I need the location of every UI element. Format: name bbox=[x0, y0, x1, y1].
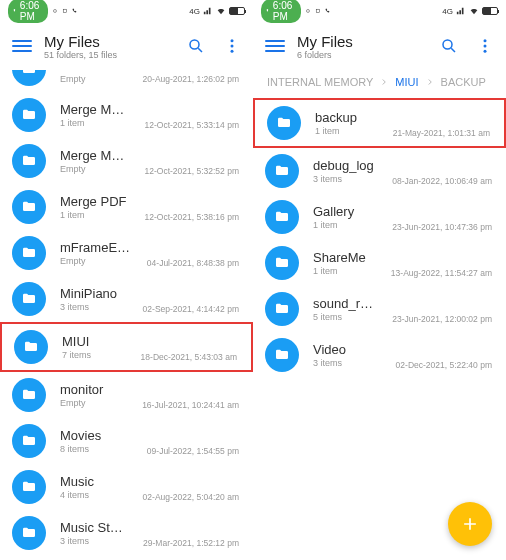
folder-icon bbox=[12, 70, 46, 86]
item-sub: 8 items bbox=[60, 444, 133, 454]
item-name: Music Studio Lite User Files bbox=[60, 520, 129, 535]
folder-icon bbox=[267, 106, 301, 140]
item-name: Movies bbox=[60, 428, 133, 443]
app-title: My Files 6 folders bbox=[297, 33, 428, 60]
folder-icon bbox=[12, 98, 46, 132]
svg-point-2 bbox=[190, 40, 199, 49]
svg-rect-8 bbox=[317, 9, 320, 12]
menu-button[interactable] bbox=[12, 36, 32, 56]
item-name: debug_log bbox=[313, 158, 378, 173]
item-sub: 1 item bbox=[315, 126, 379, 136]
list-item[interactable]: sound_recorder5 items23-Jun-2021, 12:00:… bbox=[253, 286, 506, 332]
item-date: 20-Aug-2021, 1:26:02 pm bbox=[143, 74, 239, 84]
item-sub: 7 items bbox=[62, 350, 127, 360]
item-date: 18-Dec-2021, 5:43:03 am bbox=[141, 352, 237, 362]
list-item[interactable]: debug_log3 items08-Jan-2022, 10:06:49 am bbox=[253, 148, 506, 194]
item-name: MiniPiano bbox=[60, 286, 129, 301]
svg-rect-1 bbox=[64, 9, 67, 12]
network-label: 4G bbox=[442, 7, 453, 16]
fab-add[interactable] bbox=[448, 502, 492, 546]
crumb[interactable]: BACKUP bbox=[441, 76, 486, 88]
menu-button[interactable] bbox=[265, 36, 285, 56]
item-sub: Empty bbox=[60, 256, 133, 266]
list-item[interactable]: mFrameErrorReportEmpty04-Jul-2021, 8:48:… bbox=[0, 230, 253, 276]
item-date: 12-Oct-2021, 5:33:14 pm bbox=[144, 120, 239, 130]
item-name: Merge PDF bbox=[60, 194, 130, 209]
item-date: 12-Oct-2021, 5:32:52 pm bbox=[144, 166, 239, 176]
item-sub: 1 item bbox=[313, 220, 378, 230]
list-item[interactable]: backup1 item21-May-2021, 1:01:31 am bbox=[253, 98, 506, 148]
item-name: ShareMe bbox=[313, 250, 377, 265]
item-sub: Empty bbox=[60, 398, 128, 408]
crumb[interactable]: MIUI bbox=[395, 76, 418, 88]
app-bar: My Files 6 folders bbox=[253, 22, 506, 70]
crumb[interactable]: INTERNAL MEMORY bbox=[267, 76, 373, 88]
item-name: mFrameErrorReport bbox=[60, 240, 133, 255]
item-sub: 3 items bbox=[313, 174, 378, 184]
battery-icon bbox=[229, 7, 245, 15]
svg-point-11 bbox=[484, 39, 487, 42]
folder-icon bbox=[265, 246, 299, 280]
app-title: My Files 51 folders, 15 files bbox=[44, 33, 175, 60]
list-item[interactable]: ShareMe1 item13-Aug-2022, 11:54:27 am bbox=[253, 240, 506, 286]
folder-icon bbox=[12, 282, 46, 316]
search-icon[interactable] bbox=[187, 37, 205, 55]
folder-icon bbox=[265, 200, 299, 234]
list-item[interactable]: Gallery1 item23-Jun-2021, 10:47:36 pm bbox=[253, 194, 506, 240]
item-sub: 3 items bbox=[60, 302, 129, 312]
svg-point-12 bbox=[484, 45, 487, 48]
list-item[interactable]: Merge Multiple PDF1 item12-Oct-2021, 5:3… bbox=[0, 92, 253, 138]
phone-right: 6:06 PM 4G My Files 6 folders INTERNAL M… bbox=[253, 0, 506, 560]
list-item[interactable]: Video3 items02-Dec-2021, 5:22:40 pm bbox=[253, 332, 506, 378]
list-item[interactable]: MIUI7 items18-Dec-2021, 5:43:03 am bbox=[0, 322, 253, 372]
file-list[interactable]: backup1 item21-May-2021, 1:01:31 amdebug… bbox=[253, 98, 506, 560]
item-name: monitor bbox=[60, 382, 128, 397]
item-date: 02-Dec-2021, 5:22:40 pm bbox=[396, 360, 492, 370]
svg-point-13 bbox=[484, 50, 487, 53]
breadcrumb[interactable]: INTERNAL MEMORYMIUIBACKUP bbox=[253, 70, 506, 98]
phone-left: 6:06 PM 4G My Files 51 folders, 15 files… bbox=[0, 0, 253, 560]
folder-icon bbox=[12, 378, 46, 412]
list-item[interactable]: Movies8 items09-Jul-2022, 1:54:55 pm bbox=[0, 418, 253, 464]
list-item[interactable]: Merge PDF1 item12-Oct-2021, 5:38:16 pm bbox=[0, 184, 253, 230]
item-date: 12-Oct-2021, 5:38:16 pm bbox=[144, 212, 239, 222]
list-item[interactable]: MiniPiano3 items02-Sep-2021, 4:14:42 pm bbox=[0, 276, 253, 322]
more-icon[interactable] bbox=[476, 37, 494, 55]
list-item[interactable]: Music Studio Lite User Files3 items29-Ma… bbox=[0, 510, 253, 556]
file-list[interactable]: Empty20-Aug-2021, 1:26:02 pmMerge Multip… bbox=[0, 70, 253, 560]
nfc-icon bbox=[62, 8, 68, 14]
item-name: Merge Multiple PDF bbox=[60, 102, 130, 117]
svg-line-10 bbox=[451, 48, 455, 52]
item-name: sound_recorder bbox=[313, 296, 378, 311]
svg-point-4 bbox=[231, 39, 234, 42]
svg-point-9 bbox=[443, 40, 452, 49]
svg-point-7 bbox=[307, 10, 310, 13]
phone-icon bbox=[325, 8, 331, 14]
list-item[interactable]: Merge Multiple PDF FilesEmpty12-Oct-2021… bbox=[0, 138, 253, 184]
item-sub: 1 item bbox=[60, 118, 130, 128]
more-icon[interactable] bbox=[223, 37, 241, 55]
svg-line-3 bbox=[198, 48, 202, 52]
list-item[interactable]: Empty20-Aug-2021, 1:26:02 pm bbox=[0, 70, 253, 92]
item-sub: 5 items bbox=[313, 312, 378, 322]
item-sub: Empty bbox=[60, 164, 130, 174]
folder-icon bbox=[12, 516, 46, 550]
folder-icon bbox=[12, 144, 46, 178]
list-item[interactable]: monitorEmpty16-Jul-2021, 10:24:41 am bbox=[0, 372, 253, 418]
item-date: 29-Mar-2021, 1:52:12 pm bbox=[143, 538, 239, 548]
item-name: backup bbox=[315, 110, 379, 125]
mic-indicator: 6:06 PM bbox=[261, 0, 301, 23]
wifi-icon bbox=[216, 6, 226, 16]
status-bar: 6:06 PM 4G bbox=[253, 0, 506, 22]
item-date: 21-May-2021, 1:01:31 am bbox=[393, 128, 490, 138]
list-item[interactable]: MXTakaTak1 item29-Nov-2021, 11:02:25 pm bbox=[0, 556, 253, 560]
search-icon[interactable] bbox=[440, 37, 458, 55]
folder-icon bbox=[265, 338, 299, 372]
fingerprint-icon bbox=[305, 8, 311, 14]
wifi-icon bbox=[469, 6, 479, 16]
app-bar: My Files 51 folders, 15 files bbox=[0, 22, 253, 70]
item-sub: 1 item bbox=[60, 210, 130, 220]
folder-icon bbox=[12, 470, 46, 504]
folder-icon bbox=[265, 292, 299, 326]
list-item[interactable]: Music4 items02-Aug-2022, 5:04:20 am bbox=[0, 464, 253, 510]
